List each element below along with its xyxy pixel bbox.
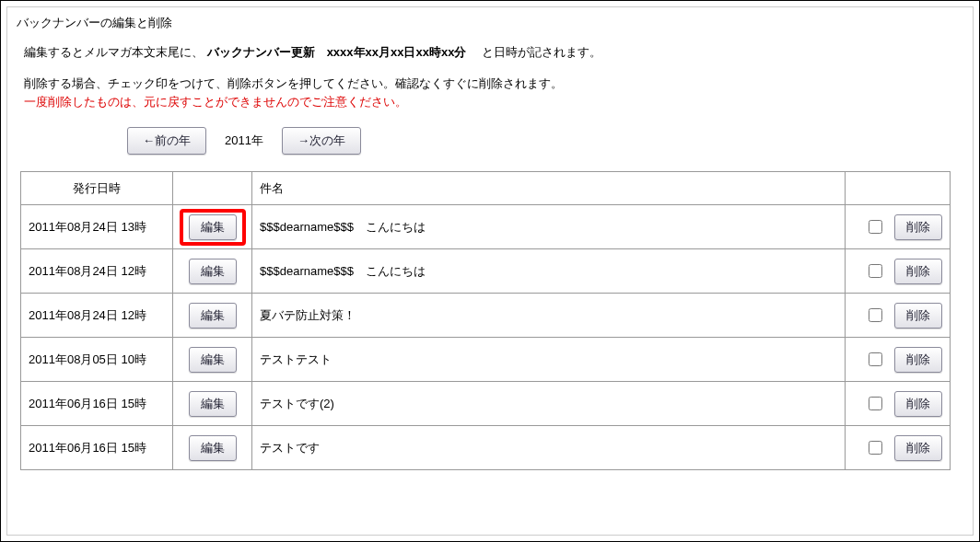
delete-button[interactable]: 削除 xyxy=(894,303,942,329)
edit-cell: 編集 xyxy=(173,249,252,294)
edit-button[interactable]: 編集 xyxy=(189,435,237,461)
delete-cell: 削除 xyxy=(846,382,951,426)
table-row: 2011年08月24日 12時編集夏バテ防止対策！削除 xyxy=(21,294,951,338)
delete-cell: 削除 xyxy=(846,205,951,249)
delete-checkbox[interactable] xyxy=(869,352,882,366)
table-row: 2011年06月16日 15時編集テストです(2)削除 xyxy=(21,382,951,426)
header-delete xyxy=(846,172,951,205)
delete-button[interactable]: 削除 xyxy=(894,347,942,373)
delete-checkbox[interactable] xyxy=(869,441,882,455)
delete-button[interactable]: 削除 xyxy=(894,214,942,240)
header-publish-date: 発行日時 xyxy=(21,172,173,205)
year-navigation: ←前の年 2011年 →次の年 xyxy=(17,127,963,155)
highlight-marker: 編集 xyxy=(180,209,246,246)
table-row: 2011年08月24日 13時編集$$$dearname$$$ こんにちは削除 xyxy=(21,205,951,249)
publish-date-cell: 2011年06月16日 15時 xyxy=(21,382,173,426)
subject-cell: テストです xyxy=(252,426,846,470)
current-year-label: 2011年 xyxy=(225,133,263,149)
intro-delete-note: 削除する場合、チェック印をつけて、削除ボタンを押してください。確認なくすぐに削除… xyxy=(24,75,963,92)
publish-date-cell: 2011年08月24日 13時 xyxy=(21,205,173,249)
header-edit xyxy=(173,172,252,205)
table-row: 2011年06月16日 15時編集テストです削除 xyxy=(21,426,951,470)
intro-line1-post: と日時が記されます。 xyxy=(470,45,601,59)
edit-button[interactable]: 編集 xyxy=(189,214,237,240)
delete-cell: 削除 xyxy=(846,294,951,338)
delete-checkbox[interactable] xyxy=(869,220,882,234)
edit-cell: 編集 xyxy=(173,426,252,470)
delete-checkbox[interactable] xyxy=(869,397,882,410)
intro-edit-note: 編集するとメルマガ本文末尾に、 バックナンバー更新 xxxx年xx月xx日xx時… xyxy=(24,44,963,61)
delete-button[interactable]: 削除 xyxy=(894,435,942,461)
edit-cell: 編集 xyxy=(173,338,252,382)
delete-button[interactable]: 削除 xyxy=(894,391,942,417)
delete-cell: 削除 xyxy=(846,338,951,382)
edit-button[interactable]: 編集 xyxy=(189,259,237,284)
publish-date-cell: 2011年06月16日 15時 xyxy=(21,426,173,470)
table-row: 2011年08月05日 10時編集テストテスト削除 xyxy=(21,338,951,382)
edit-cell: 編集 xyxy=(173,382,252,426)
backnumber-table: 発行日時 件名 2011年08月24日 13時編集$$$dearname$$$ … xyxy=(20,171,951,470)
delete-button[interactable]: 削除 xyxy=(894,259,942,284)
intro-line1-bold: バックナンバー更新 xxxx年xx月xx日xx時xx分 xyxy=(207,45,467,59)
edit-cell: 編集 xyxy=(173,205,252,249)
delete-cell: 削除 xyxy=(846,249,951,294)
table-row: 2011年08月24日 12時編集$$$dearname$$$ こんにちは削除 xyxy=(21,249,951,294)
delete-checkbox[interactable] xyxy=(869,264,882,278)
next-year-button[interactable]: →次の年 xyxy=(282,127,361,155)
subject-cell: テストです(2) xyxy=(252,382,846,426)
publish-date-cell: 2011年08月24日 12時 xyxy=(21,294,173,338)
publish-date-cell: 2011年08月24日 12時 xyxy=(21,249,173,294)
subject-cell: $$$dearname$$$ こんにちは xyxy=(252,249,846,294)
intro-warning: 一度削除したものは、元に戻すことができませんのでご注意ください。 xyxy=(24,94,963,110)
delete-checkbox[interactable] xyxy=(869,308,882,322)
prev-year-button[interactable]: ←前の年 xyxy=(127,127,206,155)
panel-title: バックナンバーの編集と削除 xyxy=(17,15,963,31)
publish-date-cell: 2011年08月05日 10時 xyxy=(21,338,173,382)
edit-button[interactable]: 編集 xyxy=(189,391,237,417)
subject-cell: テストテスト xyxy=(252,338,846,382)
header-subject: 件名 xyxy=(252,172,846,205)
edit-cell: 編集 xyxy=(173,294,252,338)
edit-button[interactable]: 編集 xyxy=(189,303,237,329)
intro-line1-pre: 編集するとメルマガ本文末尾に、 xyxy=(24,45,204,59)
delete-cell: 削除 xyxy=(846,426,951,470)
subject-cell: 夏バテ防止対策！ xyxy=(252,294,846,338)
subject-cell: $$$dearname$$$ こんにちは xyxy=(252,205,846,249)
edit-button[interactable]: 編集 xyxy=(189,347,237,373)
